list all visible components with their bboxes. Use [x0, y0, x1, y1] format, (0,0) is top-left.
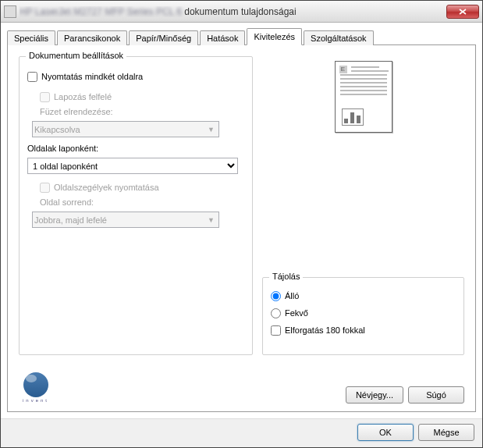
flip-up-row: Lapozás felfelé [27, 90, 244, 104]
tab-paper-quality[interactable]: Papír/Minőség [129, 30, 198, 45]
hp-logo-text: invent [23, 398, 49, 403]
orientation-portrait-row: Álló [271, 289, 456, 303]
document-settings-title: Dokumentum beállítások [26, 51, 126, 60]
tab-effects[interactable]: Hatások [200, 30, 245, 45]
print-both-sides-row: Nyomtatás mindkét oldalra [27, 69, 244, 84]
preview-corner-icon: E [339, 66, 347, 73]
hp-logo: invent [19, 372, 53, 404]
rotate180-label: Elforgatás 180 fokkal [285, 325, 365, 335]
print-borders-label: Oldalszegélyek nyomtatása [54, 183, 159, 192]
booklet-select: Kikapcsolva ▼ [32, 121, 219, 137]
help-button[interactable]: Súgó [408, 386, 464, 404]
orientation-landscape-radio[interactable] [271, 308, 281, 318]
about-button[interactable]: Névjegy... [346, 386, 403, 404]
page-preview-wrap: E [262, 56, 464, 274]
page-order-select: Jobbra, majd lefelé ▼ [32, 212, 219, 228]
hp-logo-icon [23, 372, 48, 397]
rotate180-checkbox[interactable] [271, 325, 281, 336]
print-both-sides-label: Nyomtatás mindkét oldalra [41, 72, 143, 81]
dialog-button-row: OK Mégse [1, 418, 482, 447]
flip-up-label: Lapozás felfelé [54, 92, 112, 101]
document-settings-group: Dokumentum beállítások Nyomtatás mindkét… [19, 56, 253, 355]
print-borders-checkbox [40, 183, 50, 193]
ok-button[interactable]: OK [357, 424, 414, 441]
orientation-landscape-row: Fekvő [271, 306, 456, 320]
rotate180-row: Elforgatás 180 fokkal [271, 323, 456, 337]
tab-special[interactable]: Speciális [7, 30, 55, 45]
print-borders-row: Oldalszegélyek nyomtatása [27, 180, 244, 194]
page-preview: E [335, 61, 392, 133]
print-both-sides-checkbox[interactable] [27, 72, 37, 82]
chevron-down-icon: ▼ [208, 126, 217, 133]
flip-up-checkbox [40, 92, 50, 102]
page-order-label: Oldal sorrend: [27, 197, 244, 210]
printer-icon [4, 5, 16, 18]
orientation-landscape-label: Fekvő [285, 308, 308, 318]
print-properties-dialog: HP LaserJet M2727 MFP Series PCL 6 dokum… [0, 0, 483, 448]
cancel-button[interactable]: Mégse [418, 424, 474, 441]
pages-per-sheet-select[interactable]: 1 oldal laponként [27, 158, 238, 174]
close-button[interactable] [446, 5, 479, 19]
panel-bottom-row: invent Névjegy... Súgó [19, 364, 464, 404]
orientation-group: Tájolás Álló Fekvő Elforgatás 180 fokkal [262, 277, 464, 355]
chevron-down-icon: ▼ [208, 216, 217, 224]
orientation-portrait-label: Álló [285, 291, 299, 300]
booklet-label: Füzet elrendezése: [27, 107, 244, 119]
tab-finishing[interactable]: Kivitelezés [247, 28, 302, 45]
content-area: Speciális Parancsikonok Papír/Minőség Ha… [1, 23, 482, 418]
tab-shortcuts[interactable]: Parancsikonok [57, 30, 127, 45]
tab-strip: Speciális Parancsikonok Papír/Minőség Ha… [7, 27, 476, 44]
tab-panel-finishing: Dokumentum beállítások Nyomtatás mindkét… [7, 44, 476, 412]
pages-per-sheet-label: Oldalak laponként: [27, 144, 244, 156]
preview-chart-icon [342, 108, 364, 126]
orientation-title: Tájolás [269, 272, 303, 281]
orientation-portrait-radio[interactable] [271, 291, 281, 301]
tab-services[interactable]: Szolgáltatások [304, 30, 374, 45]
titlebar: HP LaserJet M2727 MFP Series PCL 6 dokum… [1, 1, 482, 23]
right-column: E [262, 56, 464, 355]
window-title: HP LaserJet M2727 MFP Series PCL 6 dokum… [20, 6, 446, 17]
